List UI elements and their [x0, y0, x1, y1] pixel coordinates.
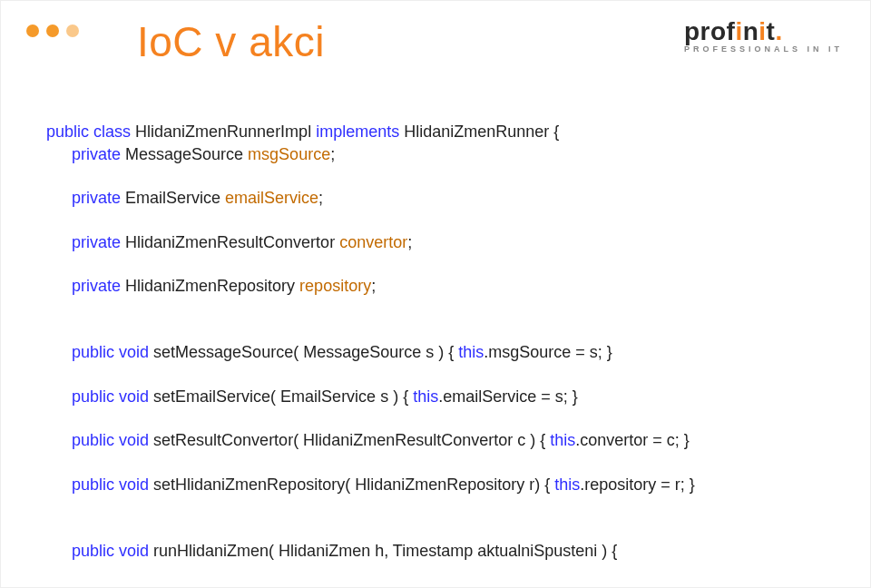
code-keyword: private	[72, 145, 121, 163]
code-text: setResultConvertor( HlidaniZmenResultCon…	[149, 431, 550, 449]
logo-part: i	[735, 17, 742, 45]
code-keyword: private	[72, 277, 121, 295]
code-text: .repository = r; }	[580, 475, 695, 494]
code-text: ;	[318, 189, 323, 207]
dot-icon	[66, 24, 79, 37]
code-text: runHlidaniZmen( HlidaniZmen h, Timestamp…	[149, 542, 617, 560]
brand-logo: profinit. PROFESSIONALS IN IT	[684, 17, 843, 54]
code-keyword: private	[72, 233, 121, 251]
code-keyword: this	[458, 343, 484, 361]
code-text: HlidaniZmenRunnerImpl	[131, 122, 316, 141]
slide: profinit. PROFESSIONALS IN IT IoC v akci…	[0, 0, 871, 588]
logo-part: i	[758, 17, 766, 45]
code-keyword: private	[72, 189, 121, 207]
code-text: …	[122, 584, 825, 588]
code-keyword: public class	[46, 122, 131, 141]
code-text: setMessageSource( MessageSource s ) {	[149, 343, 458, 361]
code-keyword: implements	[316, 122, 399, 141]
code-text: .convertor = c; }	[575, 431, 690, 449]
code-text: HlidaniZmenRepository	[121, 277, 299, 295]
code-keyword: this	[550, 431, 575, 449]
code-field: convertor	[339, 233, 407, 251]
brand-wordmark: profinit.	[684, 17, 843, 46]
code-keyword: public void	[72, 343, 149, 361]
code-text: ;	[371, 277, 376, 295]
code-text: HlidaniZmenResultConvertor	[121, 233, 339, 251]
slide-title: IoC v akci	[137, 17, 325, 66]
code-field: emailService	[225, 189, 318, 207]
brand-tagline: PROFESSIONALS IN IT	[684, 44, 843, 54]
code-text: HlidaniZmenRunner {	[399, 122, 559, 141]
code-keyword: public void	[72, 475, 149, 494]
code-field: msgSource	[248, 145, 330, 163]
logo-part: prof	[684, 17, 735, 45]
code-text: EmailService	[121, 189, 225, 207]
logo-part: t	[767, 17, 776, 45]
code-field: repository	[299, 277, 371, 295]
code-text: setEmailService( EmailService s ) {	[149, 387, 413, 406]
code-keyword: public void	[72, 542, 149, 560]
code-keyword: public void	[72, 431, 149, 449]
code-text: .msgSource = s; }	[484, 343, 612, 361]
decorative-dots	[26, 24, 79, 37]
logo-dot: .	[775, 17, 782, 45]
code-text: MessageSource	[121, 145, 248, 163]
code-block: public class HlidaniZmenRunnerImpl imple…	[46, 99, 825, 588]
code-keyword: this	[554, 475, 580, 494]
code-keyword: public void	[72, 387, 149, 406]
dot-icon	[26, 24, 39, 37]
code-text: .emailService = s; }	[438, 387, 578, 406]
code-keyword: this	[413, 387, 438, 406]
code-text: ;	[407, 233, 412, 251]
code-text: setHlidaniZmenRepository( HlidaniZmenRep…	[149, 475, 554, 494]
dot-icon	[46, 24, 59, 37]
logo-part: n	[743, 17, 759, 45]
code-text: ;	[330, 145, 335, 163]
